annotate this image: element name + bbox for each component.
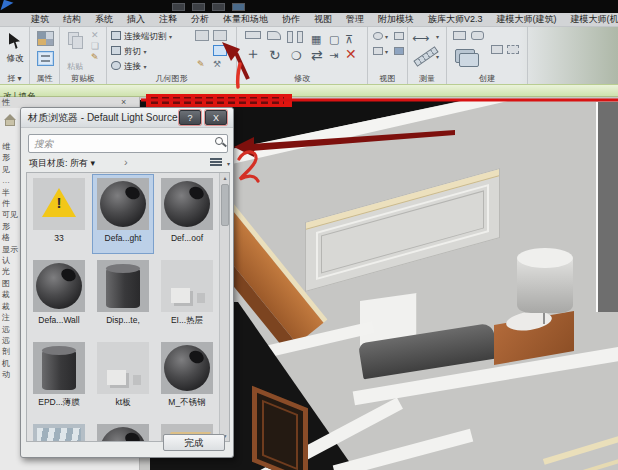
panel-label-create[interactable]: 创建: [447, 73, 527, 84]
quick-access-icon[interactable]: [172, 3, 185, 11]
align-icon[interactable]: ⇥: [329, 48, 338, 62]
properties-palette-icon[interactable]: [37, 51, 54, 66]
delete-icon[interactable]: ✕: [91, 31, 99, 40]
rotate-icon[interactable]: ↻: [269, 48, 281, 62]
material-thumb: [33, 260, 85, 312]
split-icon[interactable]: [287, 31, 293, 43]
match-type-icon[interactable]: ✎: [91, 53, 99, 62]
material-cell[interactable]: [29, 421, 89, 442]
project-materials-filter[interactable]: 项目材质: 所有 ▾: [29, 157, 95, 170]
copy-icon[interactable]: ❏: [91, 42, 99, 51]
join-icon: [111, 61, 121, 70]
tab-analyze[interactable]: 分析: [184, 13, 216, 26]
tab-manage[interactable]: 管理: [339, 13, 371, 26]
hide-icon[interactable]: [394, 32, 404, 40]
tab-massing-site[interactable]: 体量和场地: [216, 13, 275, 26]
tab-addins[interactable]: 附加模块: [371, 13, 421, 26]
array-icon[interactable]: ▦: [311, 32, 321, 46]
ribbon: 修改 择 ▾ 属性 粘贴 ✕ ❏ ✎ 剪贴板 连接端切割 ▾ 剪切 ▾: [0, 27, 618, 84]
wall-sweep-icon[interactable]: [195, 30, 209, 41]
tab-annotate[interactable]: 注释: [152, 13, 184, 26]
panel-label-select[interactable]: 择 ▾: [0, 73, 29, 84]
override-icon[interactable]: [373, 47, 383, 55]
tab-insert[interactable]: 插入: [120, 13, 152, 26]
material-cell[interactable]: [93, 421, 153, 442]
quick-access-icon[interactable]: [232, 3, 245, 11]
material-cell[interactable]: EPD...薄膜: [29, 339, 89, 417]
tab-family-master[interactable]: 族库大师V2.3: [421, 13, 490, 26]
type-properties-icon[interactable]: [37, 31, 54, 46]
material-browser-dialog: 材质浏览器 - Default Light Source ? X 项目材质: 所…: [20, 107, 234, 458]
panel-label-geometry[interactable]: 几何图形: [107, 73, 236, 84]
tab-modeling-master-mep[interactable]: 建模大师(机电): [564, 13, 618, 26]
wall-join-icon[interactable]: [245, 31, 261, 39]
beam-system-icon[interactable]: [213, 30, 227, 41]
material-cell[interactable]: 33: [29, 175, 89, 253]
tab-modeling-master-arch[interactable]: 建模大师(建筑): [490, 13, 564, 26]
palette-close-icon[interactable]: ×: [121, 97, 126, 107]
material-cell[interactable]: Disp...te,: [93, 257, 153, 335]
quick-access-icon[interactable]: [212, 3, 225, 11]
aligned-dimension-icon[interactable]: ⟷: [412, 31, 429, 45]
search-input[interactable]: [28, 134, 228, 153]
panel-label-view[interactable]: 视图: [368, 73, 407, 84]
panel-label-clipboard[interactable]: 剪贴板: [60, 73, 106, 84]
measure-dropdown-icon[interactable]: ▾: [436, 53, 439, 60]
create-assembly-icon[interactable]: [491, 45, 503, 54]
measure-dropdown-icon[interactable]: ▾: [436, 33, 439, 40]
material-cell[interactable]: EI...热层: [157, 257, 217, 335]
wall-top-edge: [333, 429, 474, 470]
paint-dropdown-icon[interactable]: ▾: [229, 47, 232, 54]
close-button[interactable]: X: [205, 110, 227, 125]
quick-access-icon[interactable]: [192, 3, 205, 11]
paste-icon[interactable]: [72, 36, 83, 49]
panel-label-modify[interactable]: 修改: [237, 73, 367, 84]
tab-systems[interactable]: 系统: [88, 13, 120, 26]
material-cell[interactable]: M_不锈钢: [157, 339, 217, 417]
panel-label-properties[interactable]: 属性: [30, 73, 59, 84]
cope-button[interactable]: 连接端切割 ▾: [111, 31, 172, 44]
tab-architecture[interactable]: 建筑: [24, 13, 56, 26]
delete-element-icon[interactable]: ✕: [345, 47, 357, 61]
material-cell[interactable]: Def...oof: [157, 175, 217, 253]
measure-icon[interactable]: [413, 46, 438, 67]
lightbulb-icon[interactable]: [373, 32, 383, 40]
scrollbar-thumb[interactable]: [221, 184, 229, 226]
copy-move-icon[interactable]: ❍: [291, 49, 302, 63]
split-gap-icon[interactable]: [297, 31, 303, 43]
create-parts-icon[interactable]: [459, 53, 479, 67]
dialog-title[interactable]: 材质浏览器 - Default Light Source: [21, 108, 233, 128]
create-similar-icon[interactable]: [507, 45, 519, 54]
paint-tool-icon[interactable]: [213, 45, 227, 56]
scroll-up-icon[interactable]: ▲: [220, 173, 230, 183]
legend-component-icon[interactable]: [453, 31, 466, 40]
demolish-icon[interactable]: ⚒: [213, 60, 221, 69]
material-cell[interactable]: kt板: [93, 339, 153, 417]
panel-label-measure[interactable]: 测量: [408, 73, 446, 84]
mirror-icon[interactable]: ⇄: [311, 48, 323, 62]
tab-structure[interactable]: 结构: [56, 13, 88, 26]
list-scrollbar[interactable]: ▲ ▼: [219, 173, 229, 441]
cut-button[interactable]: 剪切 ▾: [111, 46, 146, 59]
group-icon[interactable]: [471, 31, 484, 40]
modify-cursor-icon[interactable]: [9, 33, 22, 49]
tab-view[interactable]: 视图: [307, 13, 339, 26]
material-cell-selected[interactable]: Defa...ght: [93, 175, 153, 253]
unhide-icon[interactable]: [394, 47, 404, 55]
view-dropdown-icon[interactable]: ▾: [385, 48, 388, 55]
list-view-dropdown-icon[interactable]: ▾: [227, 160, 230, 167]
done-button[interactable]: 完成: [163, 434, 225, 451]
list-view-icon[interactable]: ▾: [210, 158, 222, 168]
trim-icon[interactable]: [267, 31, 281, 40]
help-button[interactable]: ?: [179, 110, 201, 125]
lamp-shade: [517, 257, 573, 313]
split-face-icon[interactable]: ✎: [197, 60, 205, 69]
move-icon[interactable]: ＋: [245, 47, 261, 61]
cut-icon: [111, 46, 121, 55]
material-cell[interactable]: Defa...Wall: [29, 257, 89, 335]
view-dropdown-icon[interactable]: ▾: [385, 33, 388, 40]
tab-collaborate[interactable]: 协作: [275, 13, 307, 26]
scale-icon[interactable]: ▢: [329, 32, 339, 46]
palette-row-labels: 维 形 见 … 半 件 可见 形 格 显示 认 光 图 裁 裁 注 远 远 剖 …: [2, 141, 18, 381]
pin-icon[interactable]: ⊼: [345, 32, 353, 46]
